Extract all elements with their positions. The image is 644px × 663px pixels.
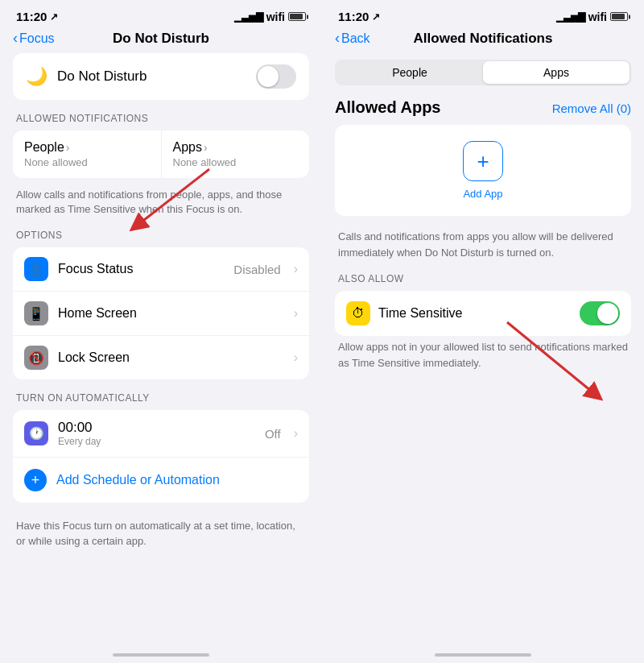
allowed-apps-title: Allowed Apps [335,98,440,117]
people-chevron-icon: › [66,141,70,154]
allowed-info: Allow calls and notifications from peopl… [13,184,309,226]
left-panel: 11:20 ↗ ▁▃▅▇ wifi ‹ Focus Do Not Disturb… [0,0,322,663]
add-schedule-plus-icon: + [24,469,47,491]
time-right: 11:20 [338,10,369,23]
schedule-group: 🕐 00:00 Every day Off › + Add Schedule o… [13,410,309,503]
schedule-text: 00:00 Every day [58,420,255,447]
focus-status-value: Disabled [233,263,280,276]
remove-all-button[interactable]: Remove All (0) [552,102,631,115]
dnd-label: Do Not Disturb [57,68,246,85]
focus-status-icon: 👤 [24,257,48,281]
time-sensitive-label: Time Sensitive [378,306,572,321]
location-icon-left: ↗ [50,11,58,23]
status-icons-right: ▁▃▅▇ wifi [556,10,628,23]
right-panel: 11:20 ↗ ▁▃▅▇ wifi ‹ Back Allowed Notific… [322,0,644,663]
page-title-right: Allowed Notifications [414,31,553,47]
apps-chevron-icon: › [204,141,208,154]
people-title: People › [24,140,150,155]
home-indicator-right [435,653,531,657]
time-sensitive-toggle[interactable] [580,301,620,325]
dnd-toggle[interactable] [256,64,296,89]
allowed-apps-header: Allowed Apps Remove All (0) [322,98,644,125]
apps-cell[interactable]: Apps › None allowed [162,131,310,178]
list-item-schedule[interactable]: 🕐 00:00 Every day Off › [13,410,309,458]
lock-screen-chevron-icon: › [294,350,298,365]
nav-bar-left: ‹ Focus Do Not Disturb [0,27,322,53]
apps-title: Apps › [173,140,299,155]
status-icons-left: ▁▃▅▇ wifi [234,10,306,23]
schedule-sub: Every day [58,436,255,447]
add-schedule-label: Add Schedule or Automation [56,473,220,487]
moon-icon: 🌙 [26,66,47,87]
apps-sub: None allowed [173,156,299,168]
time-sensitive-icon: ⏱ [346,301,370,325]
list-item-lock-screen[interactable]: 📵 Lock Screen › [13,336,309,379]
schedule-time: 00:00 [58,420,255,436]
people-cell[interactable]: People › None allowed [13,131,162,178]
home-screen-label: Home Screen [58,306,281,321]
status-bar-left: 11:20 ↗ ▁▃▅▇ wifi [0,0,322,27]
back-button-right[interactable]: ‹ Back [335,30,370,47]
back-button-left[interactable]: ‹ Focus [13,30,55,47]
battery-icon-right [610,12,628,21]
apps-info: Calls and notifications from apps you al… [322,226,644,273]
allowed-notifications-label: ALLOWED NOTIFICATIONS [13,113,309,124]
clock-icon: 🕐 [24,421,48,445]
nav-bar-right: ‹ Back Allowed Notifications [322,27,644,53]
page-title-left: Do Not Disturb [113,31,209,47]
back-label-left: Focus [19,31,55,46]
toggle-knob [258,66,279,87]
home-indicator-left [113,653,209,657]
notifications-grid: People › None allowed Apps › None allowe… [13,131,309,178]
turn-on-label: TURN ON AUTOMATICALLY [13,392,309,404]
status-bar-right: 11:20 ↗ ▁▃▅▇ wifi [322,0,644,27]
add-schedule-item[interactable]: + Add Schedule or Automation [13,458,309,503]
home-screen-icon: 📱 [24,301,48,325]
people-sub: None allowed [24,156,150,168]
lock-screen-label: Lock Screen [58,350,281,365]
wifi-icon-left: wifi [266,10,285,23]
wifi-icon-right: wifi [588,10,607,23]
schedule-chevron-icon: › [294,426,298,441]
home-screen-chevron-icon: › [294,306,298,321]
signal-icon-right: ▁▃▅▇ [556,11,585,23]
location-icon-right: ↗ [372,11,380,23]
list-item-home-screen[interactable]: 📱 Home Screen › [13,292,309,336]
segment-apps[interactable]: Apps [483,61,630,84]
also-allow-label: ALSO ALLOW [322,273,644,291]
segment-people[interactable]: People [336,61,483,84]
add-app-plus-icon: + [463,141,503,181]
schedule-info: Have this Focus turn on automatically at… [13,516,309,557]
battery-icon-left [288,12,306,21]
time-left: 11:20 [16,10,47,23]
focus-status-label: Focus Status [58,262,224,276]
schedule-value: Off [265,427,281,441]
add-app-label: Add App [463,188,502,200]
ts-info: Allow apps not in your allowed list to s… [322,336,644,383]
options-label: OPTIONS [13,230,309,241]
focus-status-chevron-icon: › [294,262,298,276]
back-label-right: Back [341,31,370,46]
segment-control[interactable]: People Apps [335,60,631,85]
do-not-disturb-row[interactable]: 🌙 Do Not Disturb [13,53,309,100]
options-list: 👤 Focus Status Disabled › 📱 Home Screen … [13,247,309,379]
content-left: 🌙 Do Not Disturb ALLOWED NOTIFICATIONS P… [0,53,322,558]
lock-screen-icon: 📵 [24,346,48,370]
chevron-left-icon: ‹ [13,30,18,47]
ts-knob [597,303,618,324]
add-app-card[interactable]: + Add App [335,125,631,216]
list-item-focus-status[interactable]: 👤 Focus Status Disabled › [13,247,309,292]
time-sensitive-row[interactable]: ⏱ Time Sensitive [335,291,631,336]
signal-icon-left: ▁▃▅▇ [234,11,263,23]
chevron-left-icon-right: ‹ [335,30,340,47]
